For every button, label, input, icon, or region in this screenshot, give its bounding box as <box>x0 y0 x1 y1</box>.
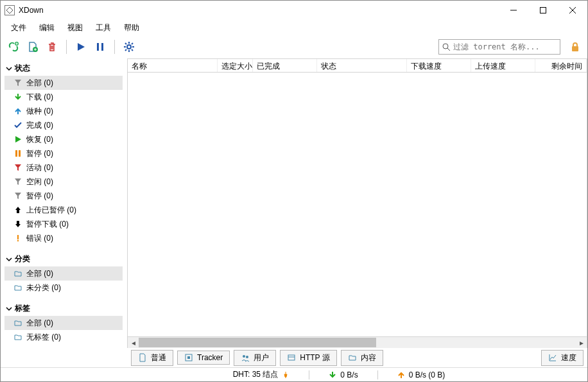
delete-button[interactable] <box>44 39 60 55</box>
col-completed[interactable]: 已完成 <box>253 59 317 72</box>
svg-rect-1 <box>540 8 546 13</box>
doc-icon <box>138 353 147 362</box>
up-arrow-solid-icon <box>13 206 22 214</box>
status-idle[interactable]: 空闲 (0) <box>4 175 123 189</box>
status-active[interactable]: 活动 (0) <box>4 161 123 175</box>
minimize-button[interactable] <box>499 1 528 20</box>
sidebar: 状态 全部 (0) 下载 (0) 做种 (0) 完成 (0) 恢复 (0) 暂停… <box>1 58 127 367</box>
main-area: 名称 选定大小 已完成 状态 下载速度 上传速度 剩余时间 ◂ ▸ 普通 Tra… <box>127 58 587 367</box>
horizontal-scrollbar[interactable]: ◂ ▸ <box>127 337 587 348</box>
separator <box>66 40 67 54</box>
scroll-left-icon[interactable]: ◂ <box>128 337 139 348</box>
status-all[interactable]: 全部 (0) <box>4 76 123 90</box>
tab-tracker[interactable]: Tracker <box>177 351 230 365</box>
status-upload-paused[interactable]: 上传已暂停 (0) <box>4 203 123 217</box>
error-icon <box>13 234 22 242</box>
col-name[interactable]: 名称 <box>128 59 218 72</box>
close-button[interactable] <box>558 1 587 20</box>
lock-icon[interactable] <box>568 40 582 54</box>
status-seeding[interactable]: 做种 (0) <box>4 104 123 118</box>
tags-untagged[interactable]: 无标签 (0) <box>4 330 123 344</box>
status-resumed[interactable]: 恢复 (0) <box>4 132 123 146</box>
svg-rect-25 <box>19 150 21 157</box>
status-upload-speed[interactable]: 0 B/s (0 B) <box>397 370 445 379</box>
category-all[interactable]: 全部 (0) <box>4 266 123 281</box>
start-button[interactable] <box>73 39 89 55</box>
play-icon <box>13 135 22 143</box>
up-arrow-icon <box>397 371 405 379</box>
group-status[interactable]: 状态 <box>4 61 123 76</box>
svg-rect-10 <box>97 43 99 51</box>
maximize-button[interactable] <box>528 1 558 20</box>
group-category[interactable]: 分类 <box>4 252 123 266</box>
info-tabs: 普通 Tracker 用户 HTTP 源 内容 速度 <box>127 348 587 367</box>
status-completed[interactable]: 完成 (0) <box>4 118 123 132</box>
filter-icon <box>13 164 22 171</box>
toolbar <box>1 35 587 58</box>
search-box[interactable] <box>438 39 560 55</box>
chevron-down-icon <box>6 306 12 312</box>
tab-general[interactable]: 普通 <box>131 350 173 366</box>
svg-point-12 <box>127 45 131 49</box>
filter-icon <box>13 192 22 200</box>
tab-speed[interactable]: 速度 <box>541 350 584 366</box>
window-title: XDown <box>19 6 499 15</box>
down-arrow-solid-icon <box>13 220 22 228</box>
table-header: 名称 选定大小 已完成 状态 下载速度 上传速度 剩余时间 <box>127 58 587 73</box>
tab-http-source[interactable]: HTTP 源 <box>280 350 336 366</box>
status-downloading[interactable]: 下载 (0) <box>4 90 123 104</box>
svg-line-17 <box>125 43 126 44</box>
settings-button[interactable] <box>121 39 137 55</box>
folder-icon <box>13 333 22 341</box>
folder-icon <box>13 270 22 277</box>
menu-bar: 文件 编辑 视图 工具 帮助 <box>1 20 587 35</box>
folder-icon <box>13 319 22 327</box>
status-dht[interactable]: DHT: 35 结点 <box>233 369 290 380</box>
add-file-button[interactable] <box>25 39 40 55</box>
col-status[interactable]: 状态 <box>317 59 407 72</box>
filter-icon <box>13 79 22 87</box>
svg-rect-26 <box>17 235 19 239</box>
menu-view[interactable]: 视图 <box>62 21 88 35</box>
tags-all[interactable]: 全部 (0) <box>4 316 123 330</box>
status-stalled[interactable]: 暂停 (0) <box>4 189 123 203</box>
check-icon <box>13 121 22 129</box>
scrollbar-thumb[interactable] <box>139 338 376 347</box>
svg-point-31 <box>246 356 248 358</box>
down-arrow-icon <box>13 93 22 101</box>
svg-rect-23 <box>572 46 578 51</box>
down-arrow-icon <box>329 371 336 379</box>
separator <box>114 40 115 54</box>
col-ul-speed[interactable]: 上传速度 <box>471 59 535 72</box>
col-remaining[interactable]: 剩余时间 <box>535 59 587 72</box>
status-download-speed[interactable]: 0 B/s <box>329 370 358 379</box>
status-error[interactable]: 错误 (0) <box>4 231 123 245</box>
col-selected-size[interactable]: 选定大小 <box>218 59 253 72</box>
scroll-right-icon[interactable]: ▸ <box>576 337 587 348</box>
category-uncategorized[interactable]: 未分类 (0) <box>4 281 123 295</box>
tab-content[interactable]: 内容 <box>341 350 383 366</box>
chevron-down-icon <box>6 65 12 72</box>
tab-peers[interactable]: 用户 <box>234 350 276 366</box>
group-tags[interactable]: 标签 <box>4 301 123 316</box>
pause-button[interactable] <box>92 39 108 55</box>
menu-tools[interactable]: 工具 <box>91 21 116 35</box>
menu-edit[interactable]: 编辑 <box>34 21 60 35</box>
add-link-button[interactable] <box>6 39 21 55</box>
group-tags-label: 标签 <box>15 303 30 314</box>
svg-line-18 <box>132 49 133 51</box>
plug-icon <box>282 371 290 379</box>
search-input[interactable] <box>453 42 557 51</box>
status-paused[interactable]: 暂停 (0) <box>4 146 123 161</box>
svg-line-22 <box>447 48 450 51</box>
menu-file[interactable]: 文件 <box>6 21 31 35</box>
col-dl-speed[interactable]: 下载速度 <box>407 59 471 72</box>
status-download-paused[interactable]: 暂停下载 (0) <box>4 217 123 231</box>
svg-rect-27 <box>17 240 19 241</box>
table-body[interactable] <box>127 73 587 337</box>
svg-rect-32 <box>288 355 295 360</box>
menu-help[interactable]: 帮助 <box>119 21 144 35</box>
title-bar: XDown <box>1 1 587 20</box>
search-icon <box>442 42 451 51</box>
peers-icon <box>241 353 250 362</box>
